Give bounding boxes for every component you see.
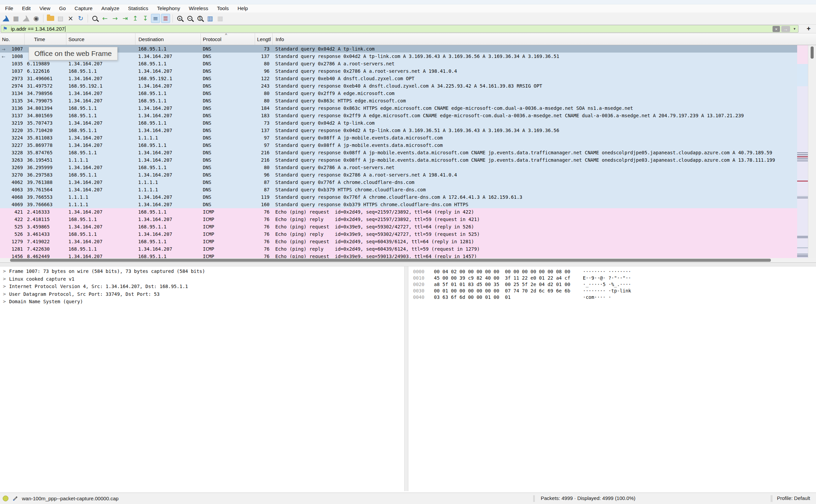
last-packet-icon[interactable]: ↧ xyxy=(141,14,150,23)
apply-filter-button[interactable]: → xyxy=(781,26,790,32)
close-file-icon[interactable]: × xyxy=(66,14,75,23)
packet-row[interactable]: 406839.7665531.1.1.11.34.164.207DNS119St… xyxy=(0,193,816,201)
reload-file-icon[interactable]: ↻ xyxy=(76,14,85,23)
restart-capture-icon[interactable] xyxy=(22,14,31,23)
expand-arrow-icon[interactable]: > xyxy=(3,284,9,289)
menu-item-edit[interactable]: Edit xyxy=(18,4,35,12)
capture-options-icon[interactable]: ◉ xyxy=(32,14,41,23)
packet-row[interactable]: →1007168.95.1.1DNS73Standard query 0x04d… xyxy=(0,45,816,53)
packet-row[interactable]: 322735.8697781.34.164.207168.95.1.1DNS97… xyxy=(0,141,816,149)
packet-row[interactable]: 313534.7990751.34.164.207168.95.1.1DNS80… xyxy=(0,97,816,104)
packet-row[interactable]: 297431.497572168.95.192.11.34.164.207DNS… xyxy=(0,82,816,90)
filter-dropdown-icon[interactable]: ▾ xyxy=(793,27,795,31)
expand-arrow-icon[interactable]: > xyxy=(3,292,9,296)
column-header-protocol[interactable]: Protocol^ xyxy=(201,33,255,45)
filter-bookmark-icon[interactable]: ⚑ xyxy=(3,26,7,32)
packet-row[interactable]: 12797.4190221.34.164.207168.95.1.1ICMP76… xyxy=(0,238,816,245)
packet-row[interactable]: 5263.461433168.95.1.11.34.164.207ICMP76E… xyxy=(0,230,816,238)
detail-row[interactable]: >Linux cooked capture v1 xyxy=(0,275,404,283)
packet-row[interactable]: 322835.874765168.95.1.11.34.164.207DNS21… xyxy=(0,149,816,156)
packet-row[interactable]: 10356.1198891.34.164.207168.95.1.1DNS80S… xyxy=(0,60,816,67)
menu-item-capture[interactable]: Capture xyxy=(70,4,97,12)
zoom-out-icon[interactable]: − xyxy=(185,14,194,23)
detail-row[interactable]: >User Datagram Protocol, Src Port: 33749… xyxy=(0,290,404,298)
packet-row[interactable]: 326336.1954511.1.1.11.34.164.207DNS216St… xyxy=(0,156,816,164)
expert-info-icon[interactable] xyxy=(3,496,8,501)
packet-row[interactable]: 406339.7615641.34.164.2071.1.1.1DNS87Sta… xyxy=(0,186,816,193)
pane-splitter-horizontal[interactable] xyxy=(0,262,816,266)
colorize-icon[interactable]: ≣ xyxy=(161,14,170,23)
expand-arrow-icon[interactable]: > xyxy=(3,269,9,274)
packet-row[interactable]: 297331.4960611.34.164.207168.95.192.1DNS… xyxy=(0,75,816,82)
first-packet-icon[interactable]: ↥ xyxy=(131,14,140,23)
hex-row[interactable]: 001045 00 00 39 c9 82 40 00 3f 11 22 e0 … xyxy=(408,275,816,281)
packet-row[interactable]: 322035.710420168.95.1.11.34.164.207DNS13… xyxy=(0,127,816,134)
vertical-scrollbar-thumb[interactable] xyxy=(811,46,814,59)
packet-row[interactable]: 327036.297583168.95.1.11.34.164.207DNS96… xyxy=(0,171,816,179)
detail-row[interactable]: >Domain Name System (query) xyxy=(0,298,404,306)
stop-capture-icon[interactable]: ■ xyxy=(11,14,21,23)
menu-item-help[interactable]: Help xyxy=(233,4,252,12)
packet-row[interactable]: 4212.4163331.34.164.207168.95.1.1ICMP76E… xyxy=(0,208,816,216)
horizontal-scrollbar[interactable] xyxy=(0,258,816,262)
column-header-no[interactable]: No. xyxy=(0,33,25,45)
zoom-original-icon[interactable]: 1 xyxy=(195,14,205,23)
expand-arrow-icon[interactable]: > xyxy=(3,299,9,304)
reset-layout-icon[interactable]: ▦ xyxy=(216,14,225,23)
open-file-icon[interactable] xyxy=(46,14,55,23)
menu-item-file[interactable]: File xyxy=(1,4,18,12)
zoom-in-icon[interactable]: + xyxy=(175,14,184,23)
goto-packet-icon[interactable]: ⇥ xyxy=(121,14,130,23)
expand-arrow-icon[interactable]: > xyxy=(3,277,9,281)
packet-row[interactable]: 313734.801569168.95.1.11.34.164.207DNS18… xyxy=(0,112,816,119)
clear-filter-button[interactable]: × xyxy=(773,26,780,32)
save-file-icon[interactable]: ▤ xyxy=(56,14,65,23)
hex-row[interactable]: 004003 63 6f 6d 00 00 01 00 01·com···· · xyxy=(408,294,816,300)
autoscroll-icon[interactable]: ≡ xyxy=(151,14,160,23)
packet-row[interactable]: 10376.122616168.95.1.11.34.164.207DNS96S… xyxy=(0,67,816,75)
capture-comment-icon[interactable] xyxy=(13,496,18,501)
packet-row[interactable]: 12817.422630168.95.1.11.34.164.207ICMP76… xyxy=(0,245,816,253)
packet-row[interactable]: 322435.8110831.34.164.2071.1.1.1DNS97Sta… xyxy=(0,134,816,141)
packet-row[interactable]: 313434.7989561.34.164.207168.95.1.1DNS80… xyxy=(0,90,816,97)
packet-row[interactable]: 4222.418115168.95.1.11.34.164.207ICMP76E… xyxy=(0,216,816,223)
hex-row[interactable]: 0020a8 5f 01 01 83 d5 00 35 00 25 5f 2e … xyxy=(408,281,816,287)
menu-item-view[interactable]: View xyxy=(35,4,55,12)
profile-label[interactable]: Profile: Default xyxy=(777,495,810,501)
menu-item-analyze[interactable]: Analyze xyxy=(97,4,124,12)
packet-row[interactable]: ←10081.34.164.207DNS137Standard query re… xyxy=(0,53,816,60)
packet-row[interactable]: 326936.2959991.34.164.207168.95.1.1DNS80… xyxy=(0,164,816,171)
next-packet-icon[interactable]: → xyxy=(111,14,120,23)
resize-columns-icon[interactable]: ▥ xyxy=(206,14,215,23)
column-header-info[interactable]: Info xyxy=(273,33,816,45)
detail-row[interactable]: >Frame 1007: 73 bytes on wire (584 bits)… xyxy=(0,267,404,275)
minimap-band xyxy=(797,45,808,64)
menu-item-wireless[interactable]: Wireless xyxy=(184,4,213,12)
filter-input[interactable]: ⚑ ip.addr == 1.34.164.207 × → ▾ xyxy=(1,25,798,33)
packet-row[interactable]: 14568.4624491.34.164.207168.95.1.1ICMP76… xyxy=(0,253,816,258)
previous-packet-icon[interactable]: ← xyxy=(100,14,109,23)
add-filter-button[interactable]: + xyxy=(807,25,811,33)
packet-row[interactable]: 406239.7613881.34.164.2071.1.1.1DNS87Sta… xyxy=(0,179,816,186)
packet-minimap[interactable] xyxy=(797,45,808,258)
menu-item-statistics[interactable]: Statistics xyxy=(124,4,153,12)
start-capture-icon[interactable] xyxy=(1,14,10,23)
pane-splitter-vertical[interactable] xyxy=(404,266,408,491)
detail-row[interactable]: >Internet Protocol Version 4, Src: 1.34.… xyxy=(0,283,404,290)
menu-item-telephony[interactable]: Telephony xyxy=(153,4,184,12)
hex-row[interactable]: 003000 01 00 00 00 00 00 00 07 74 70 2d … xyxy=(408,287,816,294)
column-header-destination[interactable]: Destination xyxy=(135,33,201,45)
packet-row[interactable]: 406939.7666631.1.1.11.34.164.207DNS160St… xyxy=(0,201,816,208)
packet-row[interactable]: 5253.4598651.34.164.207168.95.1.1ICMP76E… xyxy=(0,223,816,230)
packet-row[interactable]: 321935.7074731.34.164.207168.95.1.1DNS73… xyxy=(0,119,816,127)
column-header-time[interactable]: Time xyxy=(25,33,66,45)
horizontal-scrollbar-thumb[interactable] xyxy=(10,259,771,262)
menu-item-tools[interactable]: Tools xyxy=(213,4,233,12)
hex-row[interactable]: 000000 04 02 00 00 00 00 00 00 00 00 00 … xyxy=(408,268,816,275)
packet-row[interactable]: 313634.801394168.95.1.11.34.164.207DNS18… xyxy=(0,104,816,112)
menu-item-go[interactable]: Go xyxy=(55,4,70,12)
find-packet-icon[interactable] xyxy=(90,14,99,23)
vertical-scrollbar[interactable] xyxy=(808,45,816,258)
column-header-lengtl[interactable]: Lengtl xyxy=(255,33,273,45)
column-header-source[interactable]: Source xyxy=(66,33,135,45)
